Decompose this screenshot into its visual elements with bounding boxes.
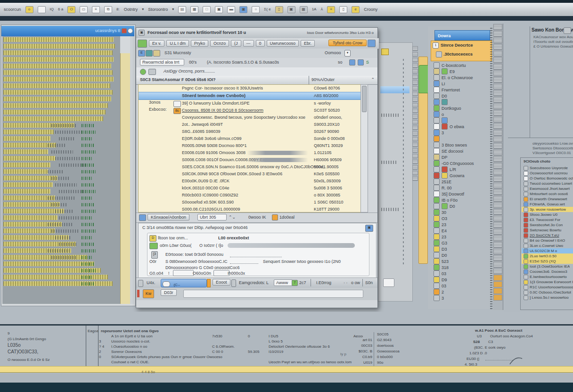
record-row[interactable]: S0lC0K.00N8 90C8 Of0oowt D00K.S0oed 3 IE… xyxy=(139,171,361,178)
code-row[interactable] xyxy=(2,142,120,148)
rp-tree-item[interactable]: Ocowooocrtot uocnrou xyxy=(522,171,573,176)
code-row[interactable] xyxy=(2,63,120,69)
code-row[interactable] xyxy=(2,247,120,254)
code-row[interactable] xyxy=(2,162,120,168)
rp-tree-item[interactable]: £3. Twucocost For xyxy=(522,217,573,222)
record-row[interactable]: Exbocoo:BcCsoonss. 8508 IX 00 DO18 8 S0c… xyxy=(139,107,361,114)
filter-right-icon-2[interactable] xyxy=(358,59,364,65)
code-row[interactable] xyxy=(2,195,120,201)
path-folder-icon[interactable] xyxy=(148,69,156,75)
tree-item[interactable]: -G0 C0nguoooos xyxy=(428,160,490,166)
tree-item[interactable]: E9 xyxy=(428,68,490,74)
rp-tree-item[interactable]: 3p. wuow rousowrtow xyxy=(522,207,573,212)
dropdown-caret-icon[interactable]: ▾ xyxy=(172,7,174,12)
rp-tree-item[interactable]: E.Iwnbwctourtooowrto xyxy=(522,274,573,279)
code-row[interactable] xyxy=(2,135,120,142)
left-window-scroll-gutter[interactable] xyxy=(130,36,134,304)
rp-tree-item[interactable]: 2Luo IwrtO.0.50 xyxy=(522,253,573,259)
filter-right-icon-1[interactable] xyxy=(349,59,355,65)
thumbnail[interactable] xyxy=(493,169,502,175)
toolbar-icon[interactable]: ▣ xyxy=(215,6,223,13)
thumbnail[interactable] xyxy=(493,50,502,57)
form-corner-icon[interactable]: ▣ xyxy=(365,225,373,232)
rp-tree-item[interactable]: Swtcrwowc Bowrtu xyxy=(522,228,573,233)
rp-tree-item[interactable]: ] Lxnoo.5o.I wooowrtoo xyxy=(522,295,573,300)
record-row[interactable]: R0005.00N8 50t08 Docmoo 800*1Q80NT1 3002… xyxy=(139,142,361,149)
rp-tree-item[interactable]: Ewomoocd Jhort.twuwrt xyxy=(522,186,573,191)
code-row[interactable] xyxy=(2,102,120,109)
code-row[interactable] xyxy=(2,280,120,287)
toolbar-label[interactable]: scoorcun xyxy=(4,7,21,12)
rp-tree-item[interactable]: 0.0C Ocbooo./Gwc3ortot xyxy=(522,290,573,295)
dialog-menu-button[interactable]: Pryko xyxy=(191,40,208,47)
tree-item[interactable]: D9 xyxy=(428,277,490,283)
thumbnail[interactable] xyxy=(493,64,502,70)
toolbar-label[interactable]: 8: xyxy=(116,7,120,12)
toolbar-icon[interactable]: ▯ xyxy=(339,6,347,13)
thumbnail[interactable] xyxy=(493,44,502,50)
dialog-menu-home-icon[interactable] xyxy=(138,40,147,48)
code-row[interactable] xyxy=(2,267,120,274)
list-scrollbar[interactable] xyxy=(360,84,368,212)
tree-item[interactable] xyxy=(428,99,490,105)
thumbnail[interactable] xyxy=(493,116,502,122)
thumbnail[interactable] xyxy=(493,242,502,248)
record-row[interactable]: S000.08.C21026GU1.0000009K18TT 29000 xyxy=(139,206,361,212)
thumbnail[interactable] xyxy=(493,196,502,202)
code-row[interactable] xyxy=(2,36,120,43)
thumbnail[interactable] xyxy=(493,149,502,155)
tree-item[interactable]: Goowra xyxy=(428,172,490,179)
thumbnail[interactable] xyxy=(493,24,502,30)
record-row[interactable]: k0cK.00310 00C00 C04e5u008 3 50006 xyxy=(139,185,361,192)
code-row[interactable] xyxy=(2,274,120,280)
record-row[interactable]: 2ot.. Jwswqo6 i0049TS9003.20X10 xyxy=(139,121,361,128)
code-row[interactable] xyxy=(2,221,120,228)
code-area[interactable] xyxy=(2,36,120,304)
bp-row[interactable]: 3Uooorco nuoctes o-cot.L 0xxo 5 xyxy=(99,339,363,344)
tree-item[interactable]: 523 xyxy=(428,258,490,264)
toolbar-icon[interactable]: ▣ xyxy=(287,6,295,13)
bt-blue-segment[interactable]: (C-- xyxy=(161,279,207,287)
code-row[interactable] xyxy=(2,214,120,221)
thumbnail[interactable] xyxy=(493,90,502,96)
dialog-menu-button[interactable]: 0 xyxy=(256,40,265,47)
tree-item[interactable]: E4 xyxy=(428,228,490,234)
code-row[interactable] xyxy=(2,188,120,195)
thumbnail[interactable] xyxy=(493,288,502,294)
tree-item[interactable] xyxy=(428,117,490,123)
code-row[interactable] xyxy=(2,49,120,56)
thumbnail[interactable] xyxy=(493,209,502,215)
thumbnail[interactable] xyxy=(493,176,502,182)
thumbnail[interactable] xyxy=(493,255,502,261)
code-row[interactable] xyxy=(2,56,120,63)
dialog-tb2-dropdown-icon[interactable]: ▾ xyxy=(344,50,351,57)
tree-item[interactable]: O ebwa xyxy=(428,123,490,130)
code-row[interactable] xyxy=(2,89,120,96)
tree-item[interactable]: 23 xyxy=(428,234,490,240)
dialog-menu-button[interactable]: U.L I dm xyxy=(166,40,189,47)
tree-item[interactable]: D0 xyxy=(428,203,490,209)
dialog-menu-button[interactable]: Ocnzo xyxy=(210,40,229,47)
code-row[interactable] xyxy=(2,234,120,241)
dialog-menu-right-icon[interactable] xyxy=(368,40,376,47)
record-row[interactable]: E0008.0108 91006 Omooos 30081.012105 xyxy=(139,149,361,156)
thumbnail[interactable] xyxy=(493,70,502,76)
record-row[interactable]: E00o0K.0U09 D.IE .0fCK50x0L.093009 xyxy=(139,178,361,185)
toolbar-icon[interactable]: ▦ xyxy=(300,6,308,13)
tree-item[interactable]: Dortkoguo xyxy=(428,105,490,111)
code-row[interactable] xyxy=(2,168,120,175)
tree-item[interactable]: 23 xyxy=(428,221,490,228)
toolbar-label[interactable]: 1A xyxy=(312,7,317,12)
thumbnail[interactable] xyxy=(493,156,502,162)
dialog-tb2-right[interactable]: Oomooo xyxy=(325,50,341,56)
rp-tree-item[interactable]: E15xI SZG (XQ xyxy=(522,259,573,264)
toolbar-icon[interactable]: e xyxy=(352,6,360,13)
column-header-right[interactable]: 90%A/Outer xyxy=(311,77,335,82)
toolbar-icon[interactable]: o xyxy=(25,6,33,13)
thumbnail[interactable] xyxy=(493,281,502,287)
tree-item[interactable]: Frwrrtoret xyxy=(428,87,490,93)
thumbnail[interactable] xyxy=(493,77,502,83)
tree-item[interactable]: 3 xyxy=(428,295,490,301)
record-row[interactable]: S0oooefod x0.50K 603.S901 S06C 050310 xyxy=(139,199,361,206)
toolbar-icon[interactable]: ▭ xyxy=(80,6,88,13)
